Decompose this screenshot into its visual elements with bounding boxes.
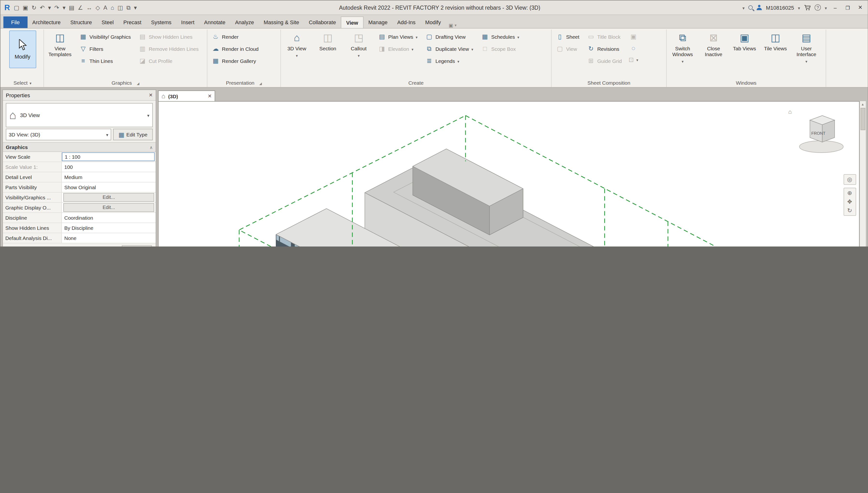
sheet-extra-button-3[interactable]: ⊡ xyxy=(627,54,639,65)
elevation-button[interactable]: ◨ Elevation xyxy=(376,43,419,55)
user-caret-icon[interactable] xyxy=(798,5,800,10)
drawing-canvas[interactable]: ⌂ FRONT ◎ ⊕ ✥ xyxy=(158,101,859,246)
remove-hidden-lines-button[interactable]: ▥ Remove Hidden Lines xyxy=(137,43,201,55)
instance-selector[interactable]: 3D View: (3D) xyxy=(6,129,111,140)
ribbon-tab[interactable]: Systems xyxy=(146,17,176,28)
print-icon[interactable]: ▤ xyxy=(69,4,74,11)
panel-label-select[interactable]: Select xyxy=(4,78,41,87)
section-button[interactable]: ◫ Section xyxy=(314,30,341,51)
ribbon-tab[interactable]: Structure xyxy=(66,17,97,28)
apply-button[interactable]: Apply xyxy=(122,245,152,246)
search-icon[interactable] xyxy=(749,5,753,10)
search-collapse-icon[interactable] xyxy=(743,5,745,10)
3d-building-model[interactable] xyxy=(159,102,859,246)
filters-button[interactable]: ▽ Filters xyxy=(77,43,133,55)
callout-button[interactable]: ◳ Callout xyxy=(345,30,372,58)
user-interface-button[interactable]: ▤ User Interface xyxy=(793,30,820,64)
ribbon-tab[interactable]: Analyze xyxy=(230,17,259,28)
render-gallery-button[interactable]: ▦ Render Gallery xyxy=(210,55,260,67)
tag-icon[interactable]: ◇ xyxy=(95,4,100,11)
ribbon-tab[interactable]: Precast xyxy=(118,17,146,28)
help-icon[interactable]: ? xyxy=(815,4,821,10)
panel-launcher-icon[interactable] xyxy=(256,80,262,85)
3d-view-button[interactable]: ⌂ 3D View xyxy=(283,30,311,58)
undo-caret-icon[interactable]: ▾ xyxy=(48,4,51,11)
dimension-icon[interactable]: ↔ xyxy=(86,4,92,11)
view-button[interactable]: ▢ View xyxy=(554,43,581,55)
panel-label-presentation[interactable]: Presentation xyxy=(210,78,278,87)
show-hidden-lines-button[interactable]: ▤ Show Hidden Lines xyxy=(137,30,201,43)
close-inactive-button[interactable]: ⊠ Close Inactive xyxy=(700,30,727,57)
title-block-button[interactable]: ▭ Title Block xyxy=(585,30,624,43)
view-tab-3d[interactable]: ⌂ (3D) xyxy=(158,90,215,101)
steering-wheel-icon[interactable]: ◎ xyxy=(847,176,852,183)
ribbon-tab[interactable]: Insert xyxy=(176,17,199,28)
schedules-button[interactable]: ▦ Schedules xyxy=(479,30,521,43)
switch-windows-icon[interactable]: ⧉ xyxy=(127,4,131,11)
ribbon-tab[interactable]: Steel xyxy=(97,17,118,28)
ribbon-tab[interactable]: View xyxy=(341,17,364,28)
redo-icon[interactable]: ↷ xyxy=(54,4,59,11)
sheet-button[interactable]: ▯ Sheet xyxy=(554,30,581,43)
close-view-icon[interactable] xyxy=(208,93,212,99)
ribbon-tab[interactable]: Collaborate xyxy=(304,17,341,28)
undo-icon[interactable]: ↶ xyxy=(40,4,45,11)
pan-icon[interactable]: ✥ xyxy=(847,198,852,205)
restore-button[interactable] xyxy=(843,5,852,10)
ribbon-tab[interactable]: Manage xyxy=(364,17,392,28)
zoom-icon[interactable]: ⊕ xyxy=(847,190,852,196)
visibility-graphics-button[interactable]: ▦ Visibility/ Graphics xyxy=(77,30,133,43)
drafting-view-button[interactable]: ▢ Drafting View xyxy=(424,30,476,43)
duplicate-view-button[interactable]: ⧉ Duplicate View xyxy=(424,43,476,55)
tab-views-button[interactable]: ▣ Tab Views xyxy=(731,30,758,51)
minimize-button[interactable] xyxy=(831,5,840,10)
text-icon[interactable]: A xyxy=(104,4,107,11)
redo-caret-icon[interactable]: ▾ xyxy=(63,4,66,11)
panel-launcher-icon[interactable] xyxy=(134,80,139,85)
file-tab[interactable]: File xyxy=(3,17,27,28)
navigation-bar[interactable]: ◎ ⊕ ✥ ↻ xyxy=(843,174,856,216)
legends-button[interactable]: ≣ Legends xyxy=(424,55,476,67)
canvas-vertical-scrollbar[interactable]: ▲ ▼ xyxy=(859,101,866,246)
plan-views-button[interactable]: ▤ Plan Views xyxy=(376,30,419,43)
orbit-icon[interactable]: ↻ xyxy=(847,207,852,214)
edit-type-button[interactable]: ▦ Edit Type xyxy=(113,129,153,140)
render-button[interactable]: ♨ Render xyxy=(210,30,260,43)
guide-grid-button[interactable]: ⊞ Guide Grid xyxy=(585,55,624,67)
close-icon[interactable] xyxy=(149,92,153,98)
viewcube[interactable]: ⌂ FRONT xyxy=(796,106,846,157)
username[interactable]: M10816025 xyxy=(766,5,794,10)
save-icon[interactable]: ▣ xyxy=(23,4,28,11)
cart-icon[interactable] xyxy=(804,5,811,10)
view-templates-button[interactable]: ◫ View Templates xyxy=(46,30,73,57)
ribbon-tab[interactable]: Annotate xyxy=(199,17,230,28)
ribbon-tab[interactable]: Modify xyxy=(420,17,446,28)
tile-views-button[interactable]: ◫ Tile Views xyxy=(762,30,789,51)
panel-label-windows[interactable]: Windows xyxy=(669,78,823,87)
modify-button[interactable]: Modify xyxy=(9,30,36,68)
close-button[interactable] xyxy=(856,4,865,10)
default-3d-view-icon[interactable]: ⌂ xyxy=(111,4,114,11)
scope-box-button[interactable]: □ Scope Box xyxy=(479,43,521,55)
panel-label-graphics[interactable]: Graphics xyxy=(46,78,205,87)
modify-mode-indicator[interactable]: ▣ xyxy=(449,23,457,28)
help-caret-icon[interactable] xyxy=(825,5,827,10)
ribbon-tab[interactable]: Add-Ins xyxy=(392,17,420,28)
collapse-section-icon[interactable] xyxy=(150,144,153,150)
type-selector[interactable]: ⌂ 3D View xyxy=(6,103,153,127)
ribbon-tab[interactable]: Architecture xyxy=(27,17,65,28)
section-header-graphics[interactable]: Graphics xyxy=(3,142,156,152)
sync-icon[interactable]: ↻ xyxy=(32,4,37,11)
switch-windows-button[interactable]: ⧉ Switch Windows xyxy=(669,30,696,64)
sheet-extra-button-1[interactable]: ▣ xyxy=(627,30,639,42)
qat-customize-caret-icon[interactable]: ▾ xyxy=(134,4,137,11)
ribbon-tab[interactable]: Massing & Site xyxy=(259,17,304,28)
render-in-cloud-button[interactable]: ☁ Render in Cloud xyxy=(210,43,260,55)
user-icon[interactable] xyxy=(757,5,762,10)
section-icon[interactable]: ◫ xyxy=(117,4,123,11)
revisions-button[interactable]: ↻ Revisions xyxy=(585,43,624,55)
panel-label-create[interactable]: Create xyxy=(283,78,549,87)
measure-icon[interactable]: ∠ xyxy=(78,4,83,11)
viewcube-home-icon[interactable]: ⌂ xyxy=(788,108,792,115)
scroll-up-icon[interactable]: ▲ xyxy=(860,101,866,107)
